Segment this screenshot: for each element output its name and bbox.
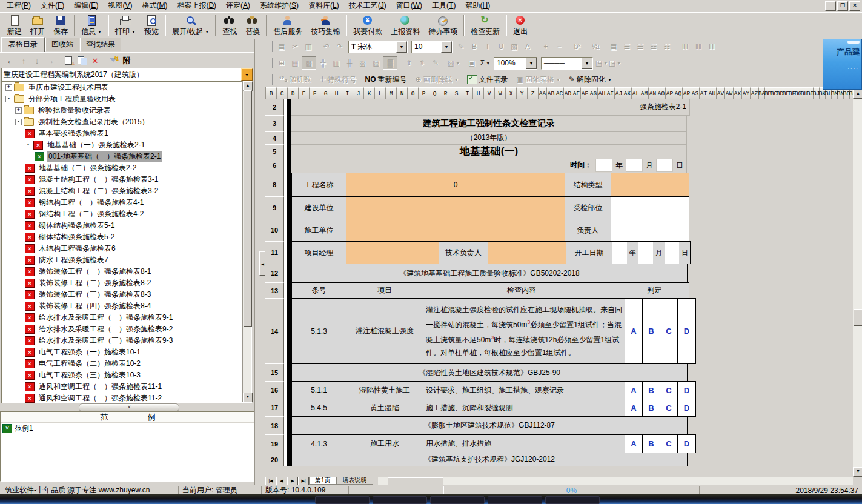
menu-item-h[interactable]: 帮助(H) [460, 0, 495, 13]
tree-item[interactable]: ✕装饰装修工程（二）强条施检表8-2 [2, 277, 251, 289]
superscript-icon[interactable]: b² [571, 41, 584, 53]
row-header[interactable]: 19 [265, 434, 284, 453]
after-sales-button[interactable]: 售后服务 [269, 13, 307, 39]
tab-查找结果[interactable]: 查找结果 [80, 38, 121, 52]
fill-color-icon[interactable]: ▨ [508, 41, 521, 53]
enlarge-font-icon[interactable]: + [539, 41, 552, 53]
underline-icon[interactable]: U [494, 41, 508, 53]
collapse-panel-handle[interactable]: ˅ [79, 403, 179, 412]
judgment-cell[interactable]: B [642, 298, 660, 364]
row-header[interactable]: 6 [265, 158, 284, 173]
column-header[interactable]: AW [725, 87, 734, 99]
row-header[interactable]: 16 [265, 381, 284, 399]
field-value[interactable] [346, 241, 439, 264]
column-header[interactable]: AY [742, 87, 751, 99]
dropdown-icon[interactable]: ▼ [526, 58, 537, 69]
print-button[interactable]: 打印▼ [111, 13, 140, 39]
upload-data-button[interactable]: 上报资料 [386, 13, 424, 39]
tree-item[interactable]: ✕装饰装修工程（一）强条施检表8-1 [2, 266, 251, 277]
dropdown-icon[interactable]: ▼ [396, 41, 407, 53]
column-header[interactable]: AU [708, 87, 717, 99]
toolbar-grip[interactable] [270, 41, 273, 52]
judgment-cell[interactable]: C [660, 434, 678, 453]
vertical-text-right-icon[interactable]: ‖‖ [705, 41, 718, 53]
new-form-button[interactable] [62, 55, 75, 67]
windows-taskbar[interactable] [0, 494, 862, 504]
column-header[interactable]: H [331, 87, 342, 99]
delete-cells-icon[interactable]: ▩ [302, 56, 316, 70]
date-input-cell[interactable] [595, 159, 612, 172]
redo-icon[interactable]: ↷ [333, 41, 346, 53]
font-color-icon[interactable]: A [521, 41, 534, 53]
column-header[interactable]: N [397, 87, 408, 99]
column-header[interactable]: AX [734, 87, 742, 99]
tree-scroll-thumb[interactable] [244, 90, 252, 327]
align-justify-icon[interactable]: ▤ [607, 41, 620, 53]
taskbar-window-button[interactable] [488, 496, 542, 504]
judgment-cell[interactable]: C [660, 381, 678, 399]
field-value[interactable]: 0 [346, 173, 565, 197]
column-header[interactable]: C [277, 87, 288, 99]
tree-scrollbar[interactable]: ▲ ▼ [242, 81, 251, 402]
row-header[interactable]: 13 [265, 282, 284, 299]
tree-item[interactable]: ✕电气工程强条（二）施检表10-2 [2, 358, 251, 370]
next-page-icon[interactable]: ▶ [287, 477, 298, 485]
tree-expander-icon[interactable]: - [5, 96, 12, 102]
tree-item[interactable]: ✕混凝土结构工程（一）强条施检表3-1 [2, 174, 251, 185]
judgment-cell[interactable]: B [642, 399, 660, 417]
tree-expander-icon[interactable]: - [15, 119, 22, 125]
field-value[interactable] [611, 173, 689, 197]
attach-button[interactable]: 附 [121, 55, 133, 67]
field-value[interactable] [611, 219, 689, 242]
judgment-cell[interactable]: D [677, 298, 696, 364]
column-header[interactable]: E [299, 87, 310, 99]
menu-item-t[interactable]: 工具(T) [427, 0, 460, 13]
column-header[interactable]: AJ [615, 87, 623, 99]
font-size-select[interactable]: 10▼ [411, 41, 453, 53]
column-header[interactable]: R [440, 87, 451, 99]
column-header[interactable]: P [419, 87, 429, 99]
date-input-cell[interactable] [626, 159, 643, 172]
column-header[interactable]: I [342, 87, 353, 99]
tree-expander-icon[interactable]: + [15, 107, 22, 114]
renumber-button[interactable]: NO重新编号 [361, 73, 411, 85]
align-right-icon[interactable]: ☲ [647, 41, 660, 53]
template-combo[interactable]: 重庆建设工程档案编制系统2017（建筑版） ▼ [1, 68, 253, 81]
split-cell-icon[interactable]: ╬ [316, 57, 330, 69]
menu-item-l[interactable]: 资料库(L) [303, 0, 344, 13]
column-header[interactable]: Q [429, 87, 440, 99]
preview-button[interactable]: 预览 [140, 13, 163, 39]
split-rows-icon[interactable]: ╫ [343, 57, 356, 69]
fill-pattern-icon[interactable]: ▨ [356, 57, 370, 69]
row-header[interactable]: 8 [265, 173, 284, 197]
tree-item[interactable]: ✕砌体结构强条施检表5-2 [2, 231, 251, 243]
insert-table-icon[interactable]: ▦ [288, 57, 302, 69]
judgment-cell[interactable]: C [660, 298, 678, 364]
column-header[interactable]: AO [657, 87, 666, 99]
menu-item-p[interactable]: 工程(P) [2, 0, 36, 13]
merge-cells-icon[interactable]: ▥ [330, 57, 343, 69]
row-header[interactable]: 14 [265, 298, 284, 364]
tree-item[interactable]: ✕给水排水及采暖工程（二）强条施检表9-2 [2, 323, 251, 335]
row-header[interactable]: 5 [265, 144, 284, 158]
tree-item[interactable]: ✕混凝土结构工程（二）强条施检表3-2 [2, 185, 251, 197]
column-header[interactable]: V [484, 87, 495, 99]
align-center-icon[interactable]: ☱ [634, 41, 647, 53]
exit-button[interactable]: 退出 [509, 13, 532, 39]
tree-item[interactable]: ✕装饰装修工程（三）强条施检表8-3 [2, 289, 251, 300]
nav-forward-button[interactable]: → [44, 55, 56, 67]
copy-form-button[interactable] [76, 55, 88, 67]
fill-pattern2-icon[interactable]: ▨ [370, 57, 383, 69]
column-header[interactable]: Y [517, 87, 528, 99]
row-header[interactable]: 3 [265, 115, 284, 132]
open-button[interactable]: 打开 [26, 13, 49, 39]
taskbar-window-button[interactable] [545, 496, 600, 504]
column-header[interactable]: AQ [674, 87, 683, 99]
column-header[interactable]: AH [598, 87, 606, 99]
tree-item[interactable]: ✕地基基础（二）强条施检表2-2 [2, 162, 251, 174]
judgment-cell[interactable]: A [625, 434, 643, 453]
row-spacing-increase-icon[interactable]: ⇕ [402, 57, 416, 69]
file-catalog-button[interactable]: 文件著录 [463, 73, 512, 85]
format-painter-icon[interactable]: ✎ [454, 41, 468, 53]
toolbar-grip[interactable] [270, 74, 273, 85]
